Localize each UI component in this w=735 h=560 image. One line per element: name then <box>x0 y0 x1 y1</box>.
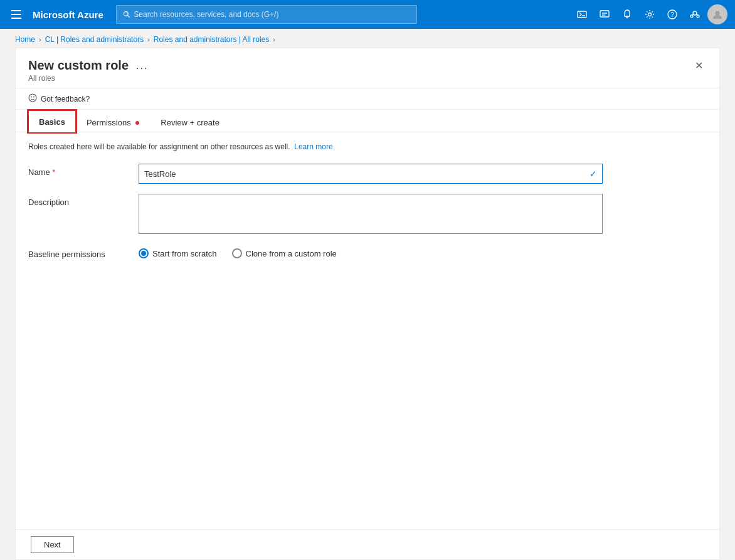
info-line: Roles created here will be available for… <box>28 142 707 151</box>
topbar: Microsoft Azure <box>0 0 735 29</box>
name-input-wrapper: ✓ <box>139 164 603 184</box>
next-button[interactable]: Next <box>31 536 74 553</box>
topbar-icons: ? <box>572 4 727 24</box>
feedback-face-icon <box>28 93 37 104</box>
search-icon <box>123 11 130 18</box>
svg-point-18 <box>716 11 720 16</box>
baseline-label: Baseline permissions <box>28 246 129 259</box>
help-icon[interactable]: ? <box>662 4 682 24</box>
panel-title: New custom role ... <box>28 58 151 73</box>
name-input[interactable] <box>139 164 584 183</box>
name-label: Name * <box>28 164 129 177</box>
breadcrumb: Home › CL | Roles and administrators › R… <box>0 29 735 48</box>
ellipsis-button[interactable]: ... <box>134 60 151 71</box>
form-body: Roles created here will be available for… <box>16 132 719 529</box>
panel-subtitle: All roles <box>28 74 151 83</box>
feedback-icon[interactable] <box>595 4 615 24</box>
breadcrumb-sep-2: › <box>147 36 150 43</box>
baseline-field: Start from scratch Clone from a custom r… <box>139 246 603 258</box>
directory-icon[interactable] <box>685 4 705 24</box>
svg-text:?: ? <box>670 11 674 18</box>
learn-more-link[interactable]: Learn more <box>294 142 332 151</box>
svg-point-19 <box>29 94 36 102</box>
app-title: Microsoft Azure <box>33 9 103 20</box>
panel-title-text: New custom role <box>28 58 129 73</box>
svg-rect-2 <box>578 11 586 18</box>
description-field <box>139 194 603 236</box>
tab-review-create[interactable]: Review + create <box>150 111 230 132</box>
radio-clone-outer <box>232 248 242 258</box>
panel-header: New custom role ... All roles ✕ <box>16 48 719 88</box>
description-label: Description <box>28 194 129 207</box>
svg-point-14 <box>690 15 693 18</box>
search-bar[interactable] <box>116 5 417 24</box>
svg-point-13 <box>693 11 697 15</box>
breadcrumb-sep-3: › <box>273 36 275 43</box>
user-avatar[interactable] <box>707 4 727 24</box>
bottom-bar: Next <box>16 529 719 559</box>
radio-scratch-label: Start from scratch <box>152 249 217 258</box>
breadcrumb-all-roles[interactable]: Roles and administrators | All roles <box>154 35 270 44</box>
breadcrumb-cl-roles[interactable]: CL | Roles and administrators <box>45 35 144 44</box>
radio-clone-label: Clone from a custom role <box>246 249 337 258</box>
search-input[interactable] <box>134 10 410 19</box>
svg-rect-4 <box>600 11 609 17</box>
panel-title-area: New custom role ... All roles <box>28 58 151 83</box>
baseline-row: Baseline permissions Start from scratch … <box>28 246 707 259</box>
svg-line-17 <box>697 14 699 15</box>
hamburger-menu[interactable] <box>8 6 25 23</box>
breadcrumb-sep-1: › <box>39 36 41 43</box>
name-field: ✓ <box>139 164 603 184</box>
breadcrumb-home[interactable]: Home <box>15 35 35 44</box>
description-input[interactable] <box>139 194 603 234</box>
radio-clone[interactable]: Clone from a custom role <box>232 248 337 258</box>
svg-point-20 <box>31 97 32 98</box>
svg-point-10 <box>648 13 652 16</box>
checkmark-icon: ✓ <box>584 169 602 179</box>
feedback-label: Got feedback? <box>41 95 90 103</box>
svg-line-16 <box>692 14 694 15</box>
svg-point-15 <box>697 15 699 18</box>
description-row: Description <box>28 194 707 236</box>
tab-basics[interactable]: Basics <box>28 110 76 132</box>
svg-point-0 <box>124 12 128 16</box>
cloud-shell-icon[interactable] <box>572 4 592 24</box>
notification-icon[interactable] <box>617 4 637 24</box>
radio-scratch-inner <box>141 251 146 256</box>
name-required-star: * <box>52 167 55 177</box>
permissions-dot <box>135 121 139 125</box>
settings-icon[interactable] <box>640 4 660 24</box>
info-text: Roles created here will be available for… <box>28 142 290 151</box>
close-button[interactable]: ✕ <box>691 58 707 73</box>
main-content: Home › CL | Roles and administrators › R… <box>0 29 735 560</box>
new-custom-role-panel: New custom role ... All roles ✕ Got feed… <box>15 48 720 560</box>
radio-scratch[interactable]: Start from scratch <box>139 248 217 258</box>
tabs-bar: Basics Permissions Review + create <box>16 110 719 132</box>
feedback-bar: Got feedback? <box>16 88 719 110</box>
tab-permissions[interactable]: Permissions <box>76 111 150 132</box>
tab-permissions-label: Permissions <box>87 118 131 127</box>
svg-point-21 <box>33 97 34 98</box>
svg-line-1 <box>127 15 129 17</box>
radio-group: Start from scratch Clone from a custom r… <box>139 246 603 258</box>
name-row: Name * ✓ <box>28 164 707 184</box>
radio-scratch-outer <box>139 248 149 258</box>
